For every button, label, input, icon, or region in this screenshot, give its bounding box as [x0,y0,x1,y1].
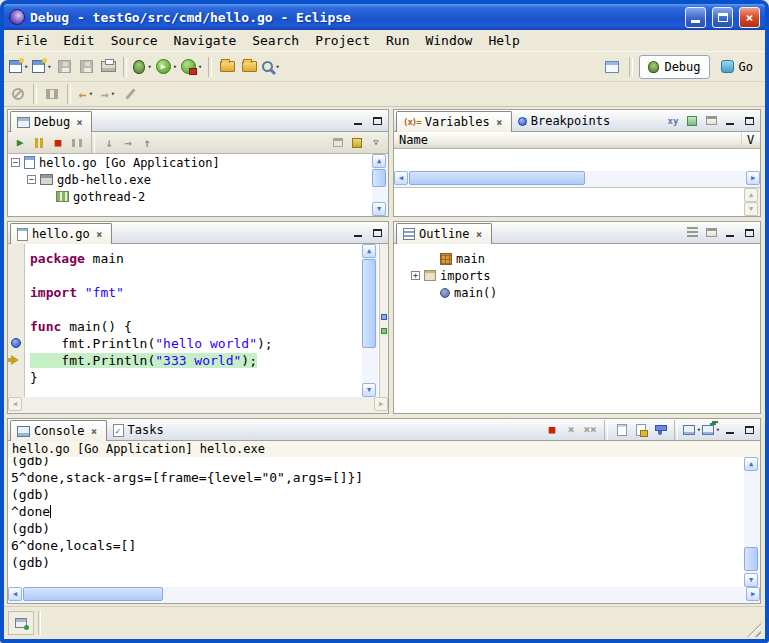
minimize-button[interactable] [685,7,706,28]
variables-scrollbar-horizontal[interactable]: ◀ ▶ [394,171,760,187]
scroll-left-button[interactable]: ◀ [394,171,408,185]
code-line[interactable]: fmt.Println("hello world"); [30,335,358,352]
close-tab-icon[interactable]: × [474,229,485,240]
tab-console[interactable]: Console × [10,420,107,441]
scrollbar-thumb[interactable] [372,169,386,187]
view-maximize-button[interactable] [368,112,386,129]
code-line[interactable]: func main() { [30,318,358,335]
console-output[interactable]: (gdb)5^done,stack-args=[frame={level="0"… [8,457,743,587]
menu-file[interactable]: File [8,31,55,50]
view-maximize-button[interactable] [740,421,758,438]
chevron-down-icon[interactable]: ▾ [24,63,28,71]
debug-scrollbar-vertical[interactable]: ▲ ▼ [372,154,388,216]
scroll-down-button[interactable]: ▼ [362,383,376,397]
view-minimize-button[interactable] [721,224,739,241]
run-launch-button[interactable]: ▶▾ [154,55,179,79]
step-into-button[interactable]: ↓ [100,134,118,151]
scrollbar-thumb[interactable] [362,259,376,348]
resize-grip[interactable] [747,623,761,637]
chevron-down-icon[interactable]: ▾ [147,63,151,71]
print-button[interactable] [97,55,119,79]
scroll-up-button[interactable]: ▲ [744,457,758,471]
close-tab-icon[interactable]: × [74,117,85,128]
close-tab-icon[interactable]: × [94,229,105,240]
tab-variables[interactable]: (x)= Variables × [396,111,512,132]
overview-ruler[interactable] [379,244,388,397]
perspective-go-button[interactable]: Go [712,55,762,79]
menu-navigate[interactable]: Navigate [166,31,245,50]
menu-help[interactable]: Help [480,31,527,50]
resume-button[interactable]: ▶ [11,134,29,151]
chevron-down-icon[interactable]: ▾ [697,426,701,434]
terminate-button[interactable]: ■ [49,134,67,151]
pin-console-button[interactable] [651,421,669,438]
close-button[interactable]: × [739,7,760,28]
debug-tree-item[interactable]: −hello.go [Go Application] [8,154,388,171]
tab-hello-go[interactable]: hello.go × [10,223,112,244]
link-with-editor-button[interactable] [41,82,63,106]
code-lines[interactable]: package main import "fmt" func main() { … [26,244,362,397]
code-line[interactable]: } [30,369,358,386]
collapse-all-button[interactable] [702,224,720,241]
drop-to-frame-button[interactable] [329,134,347,151]
open-resource-button[interactable] [238,55,260,79]
code-line[interactable]: fmt.Println("333 world"); [30,352,358,369]
new-wizard-button[interactable]: ▾ [7,55,30,79]
chevron-down-icon[interactable]: ▾ [198,63,202,71]
suspend-button[interactable] [30,134,48,151]
overview-breakpoint-marker[interactable] [381,314,387,320]
open-folder-button[interactable] [216,55,238,79]
disconnect-button[interactable] [68,134,86,151]
view-minimize-button[interactable] [349,112,367,129]
code-line[interactable] [30,301,358,318]
close-tab-icon[interactable]: × [494,117,505,128]
debug-tree-item[interactable]: −gdb-hello.exe [8,171,388,188]
save-button[interactable] [53,55,75,79]
tab-breakpoints[interactable]: Breakpoints [512,111,616,131]
menu-search[interactable]: Search [244,31,307,50]
last-edit-location-button[interactable] [119,82,141,106]
variables-column-header[interactable]: Name V [394,132,760,149]
tab-outline[interactable]: Outline × [396,223,492,244]
titlebar[interactable]: Debug - testGo/src/cmd/hello.go - Eclips… [4,4,765,30]
chevron-down-icon[interactable]: ▾ [89,90,93,98]
new-go-element-button[interactable]: ▾ [30,55,53,79]
scroll-right-button[interactable]: ▶ [746,587,760,601]
search-button[interactable]: ▾ [260,55,282,79]
step-over-button[interactable]: → [119,134,137,151]
scroll-up-button[interactable]: ▲ [362,244,376,258]
scrollbar-thumb[interactable] [744,547,758,571]
menu-source[interactable]: Source [103,31,166,50]
open-perspective-button[interactable] [601,55,623,79]
tree-expander[interactable]: − [27,175,36,184]
perspective-debug-button[interactable]: Debug [639,55,709,79]
close-tab-icon[interactable]: × [89,426,100,437]
editor-content[interactable]: package main import "fmt" func main() { … [8,244,388,413]
scroll-left-button[interactable]: ◀ [8,587,22,601]
debug-view-menu-button[interactable]: ▽ [367,134,385,151]
console-scrollbar-horizontal[interactable]: ◀ ▶ [8,587,760,603]
code-line[interactable] [30,267,358,284]
debug-launch-button[interactable]: ▾ [131,55,153,79]
tree-expander[interactable]: + [411,271,420,280]
sort-button[interactable] [683,224,701,241]
outline-item[interactable]: main [408,250,760,267]
outline-item[interactable]: main() [408,284,760,301]
view-minimize-button[interactable] [349,224,367,241]
column-name[interactable]: Name [394,132,742,148]
save-all-button[interactable] [75,55,97,79]
menu-run[interactable]: Run [378,31,417,50]
maximize-button[interactable] [712,7,733,28]
use-step-filters-button[interactable] [348,134,366,151]
outline-item[interactable]: +imports [408,267,760,284]
debug-tree-item[interactable]: gothread-2 [8,188,388,205]
code-line[interactable]: import "fmt" [30,284,358,301]
skip-all-breakpoints-button[interactable] [7,82,29,106]
scroll-right-button[interactable]: ▶ [746,171,760,185]
chevron-down-icon[interactable]: ▾ [716,426,720,434]
chevron-down-icon[interactable]: ▾ [47,63,51,71]
chevron-down-icon[interactable]: ▾ [275,63,279,71]
column-value[interactable]: V [742,132,760,148]
variables-detail-pane[interactable]: ▲ ▼ [394,187,760,216]
scrollbar-thumb[interactable] [409,171,585,185]
